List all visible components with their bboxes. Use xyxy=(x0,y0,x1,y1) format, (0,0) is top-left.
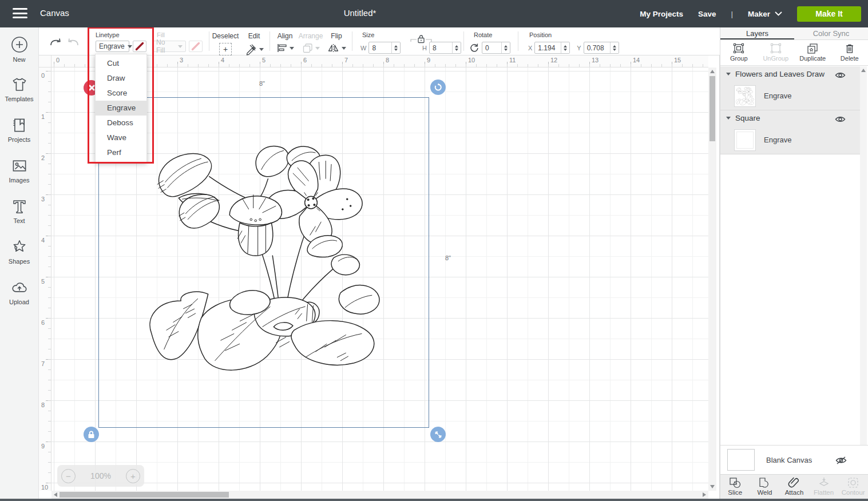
sidebar-item-upload[interactable]: Upload xyxy=(0,279,38,320)
v-scroll-thumb[interactable] xyxy=(710,76,715,141)
zoom-out-button[interactable]: − xyxy=(61,469,76,483)
sidebar-item-templates[interactable]: Templates xyxy=(0,76,38,117)
layer-group-header[interactable]: Square xyxy=(720,110,861,126)
scroll-down-icon[interactable] xyxy=(710,485,715,488)
layer-item-square-engrave[interactable]: Engrave xyxy=(720,126,861,154)
linetype-option-perf[interactable]: Perf xyxy=(96,145,146,160)
flip-button[interactable]: Flip xyxy=(320,30,352,55)
position-y-input[interactable]: 0.708 xyxy=(584,42,619,54)
ruler-label: 9 xyxy=(41,443,45,450)
position-y-stepper[interactable] xyxy=(610,42,619,53)
slice-button[interactable]: Slice xyxy=(720,475,750,499)
scroll-right-icon[interactable] xyxy=(703,492,706,497)
canvas-horizontal-scrollbar[interactable] xyxy=(51,491,708,499)
contour-icon xyxy=(846,476,860,489)
rotate-handle[interactable] xyxy=(430,79,446,95)
ruler-label: 11 xyxy=(509,57,516,63)
ruler-label: 15 xyxy=(674,57,681,63)
top-header: Canvas Untitled* My Projects Save | Make… xyxy=(0,0,868,27)
templates-icon xyxy=(11,76,28,93)
save-link[interactable]: Save xyxy=(698,10,716,18)
panel-scrollbar[interactable] xyxy=(860,66,867,471)
position-label: Position xyxy=(529,31,552,38)
delete-button[interactable]: Delete xyxy=(831,41,868,65)
h-scroll-thumb[interactable] xyxy=(60,492,229,498)
sidebar-item-shapes[interactable]: Shapes xyxy=(0,238,38,279)
sidebar-item-images[interactable]: Images xyxy=(0,157,38,198)
layer-item-flowers-engrave[interactable]: Engrave xyxy=(720,82,861,110)
ruler-label: 9 xyxy=(427,57,430,63)
linetype-option-engrave[interactable]: Engrave xyxy=(96,101,146,116)
header-divider: | xyxy=(731,10,733,18)
machine-selector[interactable]: Maker xyxy=(748,10,782,18)
width-value: 8 xyxy=(369,42,391,53)
ruler-label: 1 xyxy=(41,113,45,120)
blank-canvas-label: Blank Canvas xyxy=(766,456,823,464)
linetype-select[interactable]: Engrave xyxy=(96,41,129,52)
duplicate-button[interactable]: Duplicate xyxy=(794,41,831,65)
contour-button[interactable]: Contour xyxy=(838,475,868,499)
eye-slash-icon[interactable] xyxy=(835,455,847,465)
group-button[interactable]: Group xyxy=(720,41,758,65)
rotate-stepper[interactable] xyxy=(501,42,510,53)
scroll-up-icon[interactable] xyxy=(710,70,715,73)
linetype-option-wave[interactable]: Wave xyxy=(96,130,146,145)
y-axis-label: Y xyxy=(577,45,581,51)
sidebar-item-text[interactable]: Text xyxy=(0,198,38,238)
edit-icon xyxy=(245,43,257,55)
width-stepper[interactable] xyxy=(391,42,400,53)
lock-icon xyxy=(88,431,95,439)
deselect-button[interactable]: Deselect + xyxy=(209,30,241,55)
fill-select[interactable]: No Fill xyxy=(153,41,186,52)
scroll-left-icon[interactable] xyxy=(54,492,57,497)
canvas-vertical-scrollbar[interactable] xyxy=(708,67,716,491)
layer-actions: Group UnGroup Duplicate Delete xyxy=(720,41,868,66)
flatten-button[interactable]: Flatten xyxy=(809,475,839,499)
duplicate-label: Duplicate xyxy=(794,55,831,62)
lock-handle[interactable] xyxy=(84,427,99,442)
zoom-in-button[interactable]: + xyxy=(126,469,140,483)
selection-height-label: 8" xyxy=(445,255,451,261)
attach-button[interactable]: Attach xyxy=(779,475,809,499)
delete-label: Delete xyxy=(831,55,868,62)
make-it-button[interactable]: Make It xyxy=(797,6,861,22)
edit-button[interactable]: Edit xyxy=(238,30,270,58)
visibility-eye-icon[interactable] xyxy=(835,70,846,80)
flowers-artwork[interactable] xyxy=(146,134,383,380)
ungroup-icon xyxy=(770,43,782,54)
sidebar-item-projects[interactable]: Projects xyxy=(0,117,38,157)
linetype-option-cut[interactable]: Cut xyxy=(96,56,146,71)
sidebar-item-new[interactable]: New xyxy=(0,35,38,76)
slice-label: Slice xyxy=(720,489,750,496)
weld-button[interactable]: Weld xyxy=(750,475,780,499)
fill-swatch-button[interactable] xyxy=(189,41,203,52)
linetype-swatch-button[interactable] xyxy=(133,41,146,52)
weld-label: Weld xyxy=(750,489,780,496)
width-input[interactable]: 8 xyxy=(368,42,401,54)
position-x-input[interactable]: 1.194 xyxy=(534,42,570,54)
height-input[interactable]: 8 xyxy=(429,42,461,54)
my-projects-link[interactable]: My Projects xyxy=(640,10,683,18)
undo-icon[interactable] xyxy=(49,36,62,47)
resize-handle[interactable] xyxy=(430,427,446,442)
linetype-option-deboss[interactable]: Deboss xyxy=(96,116,146,130)
tab-color-sync[interactable]: Color Sync xyxy=(794,27,868,39)
redo-icon[interactable] xyxy=(66,36,80,47)
tab-layers[interactable]: Layers xyxy=(720,27,794,39)
ruler-label: 5 xyxy=(41,278,45,285)
ungroup-button[interactable]: UnGroup xyxy=(758,41,795,65)
scroll-up-icon[interactable] xyxy=(861,69,866,72)
position-x-stepper[interactable] xyxy=(561,42,569,53)
caret-down-icon xyxy=(726,117,731,120)
visibility-eye-icon[interactable] xyxy=(835,114,846,124)
ungroup-label: UnGroup xyxy=(758,55,795,62)
v-ruler: 012345678910 xyxy=(39,67,51,491)
blank-canvas-row[interactable]: Blank Canvas xyxy=(720,445,868,474)
rotate-input[interactable]: 0 xyxy=(482,42,510,54)
height-stepper[interactable] xyxy=(452,42,461,53)
linetype-option-draw[interactable]: Draw xyxy=(96,71,146,86)
linetype-option-score[interactable]: Score xyxy=(96,86,146,101)
edit-toolbar: Linetype Engrave Fill No Fill Deselect +… xyxy=(39,27,720,55)
layer-group-header[interactable]: Flowers and Leaves Draw xyxy=(720,66,861,82)
canvas-grid[interactable]: 8" 8" − 100% + xyxy=(51,67,708,491)
